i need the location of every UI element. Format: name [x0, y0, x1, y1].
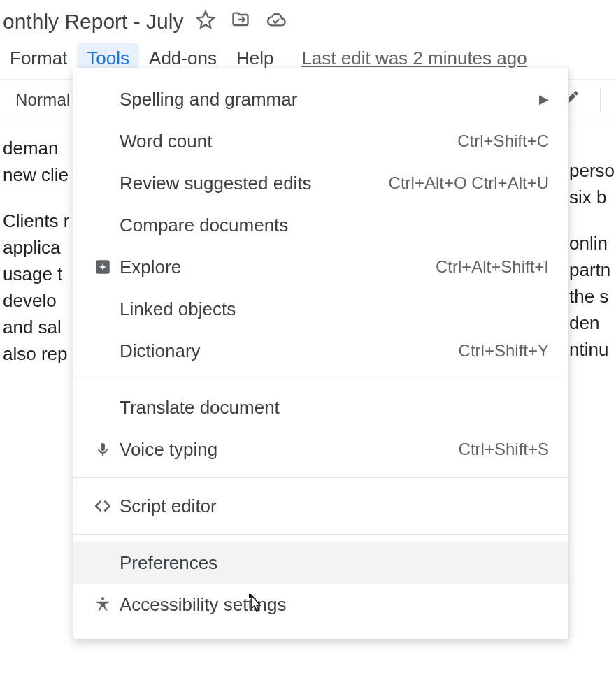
menu-item-label: Review suggested edits [120, 173, 389, 194]
menu-accessibility-settings[interactable]: Accessibility settings [73, 584, 568, 626]
menu-translate-document[interactable]: Translate document [73, 386, 568, 428]
doc-line: onlin [569, 231, 616, 257]
menu-item-label: Compare documents [120, 215, 549, 236]
doc-line: ntinu [569, 337, 616, 363]
menu-explore[interactable]: Explore Ctrl+Alt+Shift+I [73, 246, 568, 288]
last-edit-link[interactable]: Last edit was 2 minutes ago [283, 48, 527, 69]
menu-shortcut: Ctrl+Alt+O Ctrl+Alt+U [389, 173, 549, 193]
menu-item-label: Dictionary [120, 340, 459, 362]
menu-shortcut: Ctrl+Shift+C [457, 131, 549, 151]
document-body-right: perso six b onlin partn the s den ntinu [569, 131, 616, 363]
menu-separator [73, 534, 568, 535]
menu-item-label: Spelling and grammar [120, 89, 532, 110]
menu-item-label: Script editor [120, 496, 549, 517]
menu-item-label: Translate document [120, 397, 549, 419]
toolbar-divider [600, 88, 601, 112]
menu-voice-typing[interactable]: Voice typing Ctrl+Shift+S [73, 428, 568, 470]
code-icon [86, 497, 120, 515]
menu-spelling-grammar[interactable]: Spelling and grammar ▶ [73, 78, 568, 120]
menu-preferences[interactable]: Preferences [73, 542, 568, 584]
menu-compare-documents[interactable]: Compare documents [73, 204, 568, 246]
paragraph-style-picker[interactable]: Normal [15, 90, 71, 110]
menu-review-suggested-edits[interactable]: Review suggested edits Ctrl+Alt+O Ctrl+A… [73, 162, 568, 204]
doc-line: six b [569, 185, 616, 211]
accessibility-icon [86, 595, 120, 614]
doc-line: perso [569, 158, 616, 185]
menu-item-label: Word count [120, 131, 457, 152]
menu-format[interactable]: Format [0, 43, 77, 73]
star-icon[interactable] [196, 10, 215, 34]
menu-item-label: Accessibility settings [120, 594, 549, 616]
menu-item-label: Linked objects [120, 298, 549, 320]
svg-point-1 [101, 597, 104, 600]
microphone-icon [86, 441, 120, 458]
doc-line: partn [569, 257, 616, 284]
document-title[interactable]: onthly Report - July [3, 10, 183, 34]
menu-script-editor[interactable]: Script editor [73, 485, 568, 527]
menu-item-label: Voice typing [120, 439, 459, 461]
explore-icon [86, 258, 120, 276]
menu-shortcut: Ctrl+Alt+Shift+I [436, 257, 549, 277]
menu-linked-objects[interactable]: Linked objects [73, 288, 568, 330]
doc-line: den [569, 310, 616, 337]
title-icons [196, 10, 287, 34]
menu-separator [73, 379, 568, 379]
menu-shortcut: Ctrl+Shift+S [459, 440, 549, 459]
menu-item-label: Explore [120, 256, 436, 278]
title-bar: onthly Report - July [0, 0, 616, 39]
chevron-right-icon: ▶ [532, 92, 549, 107]
tools-menu-dropdown: Spelling and grammar ▶ Word count Ctrl+S… [73, 68, 569, 640]
menu-separator [73, 477, 568, 478]
menu-shortcut: Ctrl+Shift+Y [459, 341, 549, 361]
menu-dictionary[interactable]: Dictionary Ctrl+Shift+Y [73, 330, 568, 372]
doc-line: the s [569, 284, 616, 310]
move-folder-icon[interactable] [231, 10, 250, 34]
menu-word-count[interactable]: Word count Ctrl+Shift+C [73, 120, 568, 162]
menu-item-label: Preferences [120, 552, 549, 574]
cloud-status-icon[interactable] [266, 11, 287, 32]
